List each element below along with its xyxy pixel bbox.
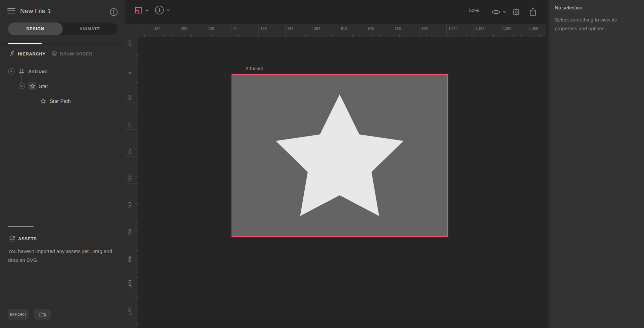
ruler-minor-tick xyxy=(292,34,292,37)
ruler-label: 1,408 xyxy=(529,27,538,31)
chevron-down-icon[interactable] xyxy=(8,68,15,75)
assets-header: ASSETS xyxy=(8,235,37,243)
ruler-major-tick xyxy=(500,24,500,37)
chevron-down-icon[interactable] xyxy=(503,11,507,13)
tab-design[interactable]: DESIGN xyxy=(8,23,63,35)
ruler-minor-tick xyxy=(135,109,138,110)
zoom-level[interactable]: 50% xyxy=(469,7,479,13)
add-folder-button[interactable] xyxy=(34,309,51,320)
ruler-minor-tick xyxy=(493,34,494,37)
ruler-minor-tick xyxy=(413,34,413,37)
ruler-minor-tick xyxy=(135,304,138,304)
chevron-down-icon[interactable] xyxy=(166,9,170,11)
canvas-area: 50% xyxy=(125,0,546,328)
star-icon xyxy=(39,97,47,105)
ruler-label: 1,024 xyxy=(128,280,132,289)
ruler-major-tick xyxy=(419,24,420,37)
ruler-minor-tick xyxy=(326,34,326,37)
ruler-major-tick xyxy=(125,156,138,157)
ruler-minor-tick xyxy=(135,197,138,197)
ruler-minor-tick xyxy=(373,34,373,37)
ruler-minor-tick xyxy=(135,271,138,271)
ruler-label: 512 xyxy=(128,175,132,181)
ruler-minor-tick xyxy=(453,34,453,37)
ruler-minor-tick xyxy=(513,34,514,37)
ruler-minor-tick xyxy=(252,34,252,37)
ruler-minor-tick xyxy=(135,217,138,217)
ruler-minor-tick xyxy=(135,55,138,56)
ruler-label: -128 xyxy=(207,27,214,31)
tab-animate[interactable]: ANIMATE xyxy=(63,23,117,35)
tree-row-star[interactable]: Star xyxy=(18,82,48,90)
ruler-major-tick xyxy=(527,24,527,37)
ruler-minor-tick xyxy=(135,82,138,83)
ruler-major-tick xyxy=(151,24,151,37)
chevron-down-icon[interactable] xyxy=(145,9,149,12)
ruler-major-tick xyxy=(339,24,339,37)
ruler-minor-tick xyxy=(305,34,306,37)
ruler-label: 384 xyxy=(314,27,320,31)
ruler-minor-tick xyxy=(507,34,507,37)
ruler-minor-tick xyxy=(185,34,185,37)
ruler-label: 0 xyxy=(234,27,236,31)
artboard[interactable] xyxy=(232,74,448,237)
tab-hierarchy[interactable]: HIERARCHY xyxy=(9,48,46,59)
ruler-minor-tick xyxy=(135,123,138,123)
ruler-major-tick xyxy=(473,24,474,37)
hamburger-menu-icon[interactable] xyxy=(7,8,15,13)
ruler-minor-tick xyxy=(135,277,138,278)
gear-icon xyxy=(511,7,521,17)
artboard-canvas-label[interactable]: Artboard xyxy=(245,66,263,71)
ruler-minor-tick xyxy=(352,34,353,37)
ruler-label: 640 xyxy=(368,27,374,31)
tab-draw-order-label: DRAW ORDER xyxy=(60,51,92,56)
ruler-minor-tick xyxy=(135,96,138,96)
visibility-options-button[interactable] xyxy=(491,9,507,15)
artboard-tool-button[interactable] xyxy=(134,6,149,15)
ruler-minor-tick xyxy=(520,34,521,37)
ruler-minor-tick xyxy=(135,170,138,170)
info-icon xyxy=(110,8,118,16)
canvas-viewport[interactable]: Artboard xyxy=(138,37,546,328)
ruler-minor-tick xyxy=(135,163,138,163)
ruler-minor-tick xyxy=(379,34,380,37)
tree-row-star-path[interactable]: Star Path xyxy=(39,96,71,105)
ruler-label: 1,024 xyxy=(448,27,458,31)
tab-hierarchy-label: HIERARCHY xyxy=(18,51,46,56)
assets-section-indicator xyxy=(8,227,34,227)
ruler-minor-tick xyxy=(238,34,239,37)
add-shape-tool-button[interactable] xyxy=(155,5,170,15)
ruler-major-tick xyxy=(258,24,259,37)
ruler-major-tick xyxy=(125,76,138,76)
canvas-toolbar: 50% xyxy=(125,0,546,24)
star-shape-svg[interactable] xyxy=(232,74,448,237)
left-panel-header: New File 1 xyxy=(0,0,125,20)
tab-draw-order[interactable]: DRAW ORDER xyxy=(51,48,92,59)
ruler-minor-tick xyxy=(245,34,245,37)
section-tab-bar: HIERARCHY DRAW ORDER xyxy=(0,48,125,59)
ruler-minor-tick xyxy=(440,34,440,37)
info-button[interactable] xyxy=(110,8,118,16)
left-panel: New File 1 DESIGN ANIMATE HIERARCHY xyxy=(0,0,125,328)
ruler-major-tick xyxy=(393,24,393,37)
file-title: New File 1 xyxy=(20,7,51,15)
ruler-minor-tick xyxy=(135,136,138,136)
export-button[interactable] xyxy=(529,7,537,17)
ruler-label: -384 xyxy=(153,27,160,31)
ruler-minor-tick xyxy=(171,34,171,37)
ruler-minor-tick xyxy=(135,297,138,298)
ruler-major-tick xyxy=(366,24,366,37)
hierarchy-tree: Artboard Star xyxy=(0,64,125,111)
ruler-minor-tick xyxy=(332,34,333,37)
assets-header-label: ASSETS xyxy=(18,236,37,241)
ruler-label: 384 xyxy=(128,149,132,155)
tree-connector xyxy=(32,90,32,100)
import-button[interactable]: IMPORT xyxy=(8,309,29,320)
chevron-down-icon[interactable] xyxy=(18,83,25,89)
ruler-major-tick xyxy=(125,210,138,210)
mode-tab-bar: DESIGN ANIMATE xyxy=(8,23,117,35)
ruler-minor-tick xyxy=(158,34,158,37)
tree-row-artboard[interactable]: Artboard xyxy=(8,67,48,76)
settings-button[interactable] xyxy=(511,7,521,17)
ruler-minor-tick xyxy=(191,34,192,37)
